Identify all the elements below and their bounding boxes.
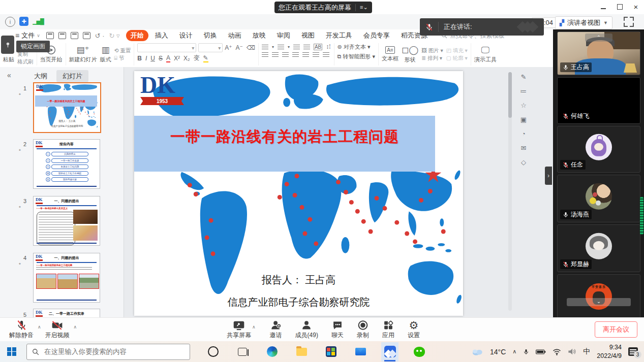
taskbar-search[interactable] (26, 344, 190, 360)
chat-button[interactable]: 聊天 (331, 320, 344, 340)
outdent-icon[interactable] (293, 45, 300, 49)
participant-tile[interactable]: 平安喜乐 ⌄ (557, 274, 640, 318)
tab-design[interactable]: 设计 (175, 30, 197, 41)
italic-button[interactable]: I (145, 55, 147, 62)
record-button[interactable]: 录制 (357, 320, 369, 340)
search-input[interactable] (43, 347, 167, 356)
text-effect-button[interactable]: 变 (194, 54, 200, 62)
outline-button[interactable]: ▢ 轮廓 ▾ (446, 55, 468, 62)
align-right-icon[interactable] (282, 52, 289, 57)
hamburger-icon[interactable]: ≡ (15, 31, 19, 40)
panel-collapse-icon[interactable]: « (7, 71, 11, 79)
camera-options-caret[interactable]: ∧ (74, 324, 77, 330)
fullscreen-button[interactable] (624, 17, 634, 27)
members-button[interactable]: 成员(49) (295, 320, 318, 340)
tab-outline[interactable]: 大纲 (28, 70, 53, 82)
main-slide[interactable]: 一带一路沿线有关的岩土工程问题 DK 1953 报告人： 王占高 信息产业部电子… (134, 71, 463, 316)
font-name-select[interactable]: ▾ (137, 43, 196, 52)
mic-options-caret[interactable]: ∧ (38, 324, 41, 330)
text-box-button[interactable]: A≡ 文本框 (382, 46, 398, 62)
arrange-button[interactable]: ≣ 排列 ▾ (421, 55, 443, 62)
shrink-font-icon[interactable]: A⁻ (236, 44, 243, 51)
view-mode-dropdown[interactable]: ▞ 演讲者视图 ▼ (555, 16, 612, 29)
preview-icon[interactable] (83, 32, 90, 39)
slide-thumbnail-2[interactable]: DK 报告内容 一问题的提出 二一带一路工作实录 三各类岩土工程问题 四国外岩土… (33, 139, 100, 189)
print-icon[interactable] (71, 32, 78, 39)
format-painter-button[interactable]: 格式刷 (17, 58, 34, 65)
crop-icon[interactable]: ▣ (520, 116, 527, 123)
participant-tile[interactable]: 任念 (557, 126, 640, 173)
collapse-videos-button[interactable]: ⌃ (585, 34, 612, 42)
maximize-button[interactable] (616, 3, 624, 11)
chart-bars-icon[interactable]: ▁▅█ (34, 17, 43, 26)
align-text-button[interactable]: ⊜ 对齐文本 ▾ (338, 43, 371, 51)
tab-member[interactable]: 会员专享 (359, 30, 394, 41)
align-center-icon[interactable] (272, 52, 279, 57)
to-smartart-button[interactable]: ⧉ 转智能图形 ▾ (338, 53, 376, 60)
clear-format-icon[interactable]: ⌫ (247, 44, 255, 51)
tab-home[interactable]: 开始 (126, 30, 148, 41)
bullets-icon[interactable] (262, 45, 268, 49)
present-tools-button[interactable]: 🖵 演示工具 (474, 46, 497, 63)
text-direction-icon[interactable]: AB (314, 44, 322, 50)
tab-transition[interactable]: 切换 (199, 30, 222, 41)
mail-icon[interactable]: ✉ (521, 144, 527, 152)
star-icon[interactable]: ☆ (520, 102, 527, 109)
tray-expand-icon[interactable]: ∧ (512, 348, 516, 355)
strike-button[interactable]: S (159, 55, 163, 62)
participant-tile[interactable]: 郑显赫 (557, 224, 640, 272)
cortana-icon[interactable] (204, 342, 222, 361)
scrollbar-thumb[interactable] (508, 72, 512, 118)
info-icon[interactable]: i (5, 17, 15, 27)
weather-temp[interactable]: 14°C (490, 348, 506, 356)
line-spacing-icon[interactable]: ↕⁞ (326, 43, 330, 50)
wifi-icon[interactable] (553, 348, 561, 355)
apps-button[interactable]: 应用 (382, 320, 394, 340)
picture-button[interactable]: 🖾 图片 ▾ (421, 47, 443, 54)
undo-icon[interactable]: ↺ · (95, 32, 105, 40)
lock-screen-tooltip[interactable]: 锁定画面 (16, 41, 50, 52)
shield-icon[interactable]: ✚ (19, 17, 28, 26)
font-size-select[interactable]: ▾ (198, 43, 223, 52)
start-button[interactable] (0, 347, 23, 356)
edit-icon[interactable]: ✎ (521, 73, 527, 81)
layout-button[interactable]: ▥ 版式 (100, 46, 111, 63)
highlight-button[interactable]: ✎ (203, 54, 208, 62)
store-icon[interactable] (322, 342, 340, 361)
slide-thumbnail-3[interactable]: DK 一、问题的提出 ➣一带一路倡议的提出及其意义 (33, 196, 100, 246)
tab-devtools[interactable]: 开发工具 (321, 30, 357, 41)
section-button[interactable]: ⌸ 节 (114, 55, 131, 62)
font-color-button[interactable]: A (166, 54, 170, 62)
taskbar-clock[interactable]: 9:34 2022/4/9 (597, 343, 622, 360)
invite-button[interactable]: 邀请 (270, 320, 282, 340)
participant-tile-video[interactable]: ⌃ 王占高 (557, 31, 640, 75)
wechat-icon[interactable] (411, 342, 428, 361)
tab-review[interactable]: 审阅 (272, 30, 295, 41)
superscript-button[interactable]: X² (174, 55, 180, 62)
justify-icon[interactable] (292, 52, 299, 57)
notification-center-icon[interactable]: 3 (628, 347, 638, 356)
mail-icon[interactable] (352, 342, 369, 361)
slide-thumbnail-5[interactable]: DK 二、一带一路工作实录 (33, 309, 100, 318)
minimize-button[interactable] (599, 3, 607, 11)
distribute-icon[interactable] (302, 52, 309, 57)
start-video-button[interactable]: 开启视频 (45, 320, 70, 340)
close-button[interactable]: × (632, 3, 640, 11)
export-icon[interactable] (58, 32, 66, 39)
edge-icon[interactable] (263, 342, 281, 361)
help-icon[interactable]: ◔ (522, 130, 526, 138)
save-icon[interactable] (46, 32, 54, 39)
redo-icon[interactable]: ↻ ▿ (109, 32, 120, 40)
bold-button[interactable]: B (137, 55, 142, 62)
participant-tile[interactable]: 何雄飞 (557, 77, 640, 124)
column-spacing-icon[interactable] (323, 52, 329, 57)
pin-button[interactable] (1, 36, 14, 54)
meeting-app-icon[interactable] (381, 342, 398, 361)
underline-button[interactable]: U (150, 55, 155, 62)
mic-tray-icon[interactable] (523, 348, 529, 356)
share-banner-menu-icon[interactable]: ≡⌄ (360, 4, 368, 11)
file-menu[interactable]: 文件 (21, 31, 35, 40)
reset-button[interactable]: ⟲ 重置 (114, 47, 131, 54)
shape-icon[interactable]: ◇ (521, 158, 526, 166)
tab-animation[interactable]: 动画 (224, 30, 246, 41)
